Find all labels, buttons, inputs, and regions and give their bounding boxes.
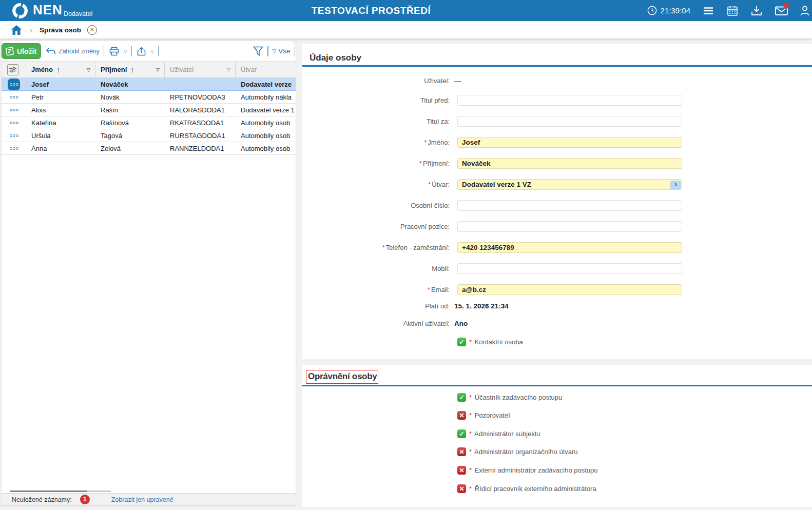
cell-utvar: Dodavatel verze bbox=[236, 81, 296, 88]
table-body: Josef Nováček Dodavatel verze Petr Novák… bbox=[2, 78, 296, 155]
field-row: Pracovní pozice: bbox=[302, 221, 692, 232]
field-input[interactable]: a@b.cz bbox=[457, 284, 682, 295]
field-value: 15. 1. 2026 21:34 bbox=[454, 302, 509, 310]
clock-time: 21:39:04 bbox=[661, 6, 690, 15]
field-row: Aktivní uživatel:Ano bbox=[302, 319, 692, 328]
cell-uzivatel: RANNZELDODA1 bbox=[165, 145, 236, 152]
close-tab-icon[interactable]: ✕ bbox=[87, 25, 97, 35]
table-settings-cell[interactable] bbox=[2, 62, 26, 77]
discard-changes-button[interactable]: Zahodit změny bbox=[46, 47, 99, 55]
field-label: *Útvar: bbox=[302, 181, 450, 188]
field-input[interactable] bbox=[457, 221, 682, 232]
downloads-button[interactable] bbox=[751, 5, 762, 16]
column-header-prijmeni[interactable]: Příjmení↑▽ bbox=[95, 62, 165, 77]
cell-prijmeni: Tagová bbox=[95, 132, 165, 140]
undo-icon bbox=[46, 47, 56, 55]
field-input[interactable] bbox=[457, 263, 682, 274]
sort-asc-icon: ↑ bbox=[56, 65, 61, 74]
permission-denied-icon[interactable]: ✕ bbox=[457, 466, 466, 475]
permission-label: Administrátor subjektu bbox=[473, 430, 540, 438]
field-label: Mobil: bbox=[302, 265, 450, 272]
cell-prijmeni: Rašín bbox=[95, 106, 165, 114]
permission-item: ✓* Administrátor subjektu bbox=[457, 429, 540, 438]
field-label: Osobní číslo: bbox=[302, 202, 450, 209]
table-row[interactable]: Anna Zelová RANNZELDODA1 Automobily osob bbox=[2, 142, 296, 155]
permission-denied-icon[interactable]: ✕ bbox=[457, 484, 466, 493]
field-input[interactable] bbox=[457, 200, 682, 211]
permissions-underline bbox=[302, 385, 812, 386]
field-row: *Email:a@b.cz bbox=[302, 284, 692, 295]
permission-label: Administrátor organizačního útvaru bbox=[473, 448, 578, 456]
breadcrumb: › Správa osob ✕ bbox=[0, 21, 812, 38]
field-input[interactable] bbox=[457, 95, 682, 106]
clock-icon bbox=[647, 6, 657, 15]
field-input[interactable]: Dodavatel verze 1 VZ› bbox=[457, 179, 682, 190]
breadcrumb-page-title: Správa osob bbox=[40, 26, 81, 34]
messages-button[interactable] bbox=[775, 5, 786, 16]
table-row[interactable]: Josef Nováček Dodavatel verze bbox=[2, 78, 296, 91]
mail-notification-badge bbox=[783, 3, 789, 9]
field-label: *Příjmení: bbox=[302, 160, 450, 167]
cell-utvar: Automobily nákla bbox=[236, 93, 296, 101]
download-icon bbox=[751, 5, 762, 16]
column-header-utvar[interactable]: Útvar bbox=[236, 62, 296, 77]
print-button[interactable]: ▽ bbox=[109, 47, 127, 56]
environment-title: TESTOVACÍ PROSTŘEDÍ bbox=[0, 0, 742, 21]
filter-jmeno-icon: ▽ bbox=[87, 67, 90, 72]
field-input[interactable] bbox=[457, 116, 682, 127]
row-menu-icon[interactable] bbox=[2, 109, 26, 111]
user-button[interactable] bbox=[799, 5, 810, 16]
export-button[interactable]: ▽ bbox=[137, 47, 154, 56]
export-icon bbox=[137, 47, 146, 56]
field-value: — bbox=[454, 77, 461, 85]
field-row: *Jméno:Josef bbox=[302, 137, 692, 148]
cell-jmeno: Alois bbox=[26, 106, 95, 114]
row-menu-icon[interactable] bbox=[2, 147, 26, 150]
field-input[interactable]: +420 123456789 bbox=[457, 242, 682, 253]
persons-panel: Uložit Zahodit změny ▽ ▽ ▽ Vše bbox=[2, 41, 296, 505]
unsaved-count-badge: 1 bbox=[80, 495, 90, 504]
column-header-jmeno[interactable]: Jméno↑▽ bbox=[26, 62, 95, 77]
horizontal-scrollbar-track[interactable] bbox=[87, 491, 111, 492]
field-row: Mobil: bbox=[302, 263, 692, 274]
permissions-card: Oprávnění osoby ✓* Účastník zadávacího p… bbox=[302, 365, 812, 507]
field-row: *Útvar:Dodavatel verze 1 VZ› bbox=[302, 179, 692, 190]
open-picker-button[interactable]: › bbox=[670, 181, 681, 189]
filter-all-label[interactable]: Vše bbox=[278, 47, 290, 55]
menu-button[interactable] bbox=[703, 5, 714, 16]
table-row[interactable]: Petr Novák RPETNOVDODA3 Automobily nákla bbox=[2, 91, 296, 104]
row-menu-icon[interactable] bbox=[2, 96, 26, 99]
permission-denied-icon[interactable]: ✕ bbox=[457, 411, 466, 420]
home-icon[interactable] bbox=[11, 25, 22, 35]
field-input[interactable]: Nováček bbox=[457, 158, 682, 169]
permission-denied-icon[interactable]: ✕ bbox=[457, 447, 466, 456]
title-underline bbox=[302, 65, 812, 67]
person-details-title: Údaje osoby bbox=[302, 44, 812, 65]
column-header-uzivatel[interactable]: Uživatel▽ bbox=[165, 62, 236, 77]
table-row[interactable]: Uršula Tagová RURSTAGDODA1 Automobily os… bbox=[2, 129, 296, 142]
table-row[interactable]: Alois Rašín RALORASDODA1 Dodavatel verze… bbox=[2, 104, 296, 116]
breadcrumb-chevron-icon: › bbox=[30, 26, 32, 34]
table-row[interactable]: Kateřina Rašínová RKATRASDODA1 Automobil… bbox=[2, 116, 296, 129]
show-edited-link[interactable]: Zobrazit jen upravené bbox=[111, 496, 173, 503]
filter-icon[interactable] bbox=[253, 46, 263, 56]
permission-granted-icon[interactable]: ✓ bbox=[457, 393, 466, 402]
row-menu-icon[interactable] bbox=[2, 134, 26, 137]
unsaved-statusbar: Neuložené záznamy: 1 Zobrazit jen uprave… bbox=[2, 493, 296, 505]
unsaved-records-label: Neuložené záznamy: bbox=[12, 496, 72, 503]
cell-prijmeni: Rašínová bbox=[95, 119, 165, 127]
field-label: Platí od: bbox=[302, 302, 450, 310]
calendar-button[interactable] bbox=[727, 5, 738, 16]
table-header: Jméno↑▽ Příjmení↑▽ Uživatel▽ Útvar bbox=[2, 61, 296, 78]
row-menu-icon[interactable] bbox=[2, 79, 26, 90]
field-input[interactable]: Josef bbox=[457, 137, 682, 148]
filter-all-dropdown-icon[interactable]: ▽ bbox=[273, 48, 277, 54]
save-button[interactable]: Uložit bbox=[2, 43, 41, 59]
permission-label: Externí administrátor zadávacího postupu bbox=[473, 466, 598, 474]
checkbox-checked-icon[interactable]: ✓ bbox=[457, 338, 466, 346]
permission-item: ✓* Účastník zadávacího postupu bbox=[457, 393, 562, 402]
row-menu-icon[interactable] bbox=[2, 122, 26, 124]
permission-granted-icon[interactable]: ✓ bbox=[457, 429, 466, 438]
cell-jmeno: Uršula bbox=[26, 132, 95, 140]
horizontal-scrollbar[interactable] bbox=[10, 491, 87, 492]
